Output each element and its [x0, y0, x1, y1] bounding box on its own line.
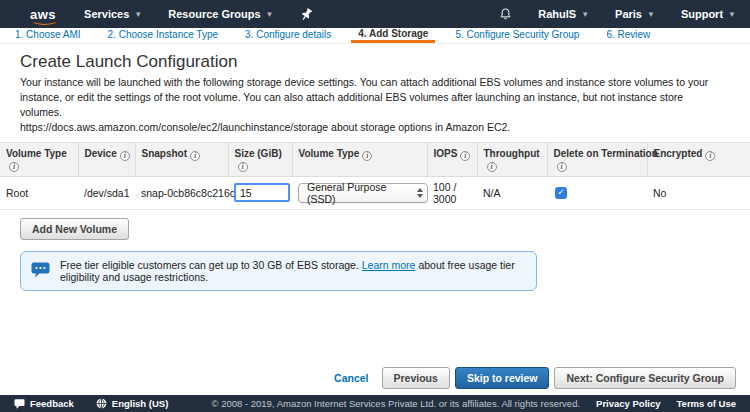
- storage-docs-line: https://docs.aws.amazon.com/console/ec2/…: [0, 120, 750, 135]
- privacy-policy-link[interactable]: Privacy Policy: [596, 398, 660, 409]
- info-icon[interactable]: i: [557, 162, 567, 172]
- step-configure-security-group[interactable]: 5. Configure Security Group: [448, 29, 586, 43]
- size-input[interactable]: [234, 183, 290, 202]
- feedback-speech-icon: [14, 399, 25, 409]
- wizard-steps-bar: 1. Choose AMI 2. Choose Instance Type 3.…: [0, 28, 750, 44]
- account-menu-label: RahulS: [538, 8, 576, 20]
- copyright-text: © 2008 - 2019, Amazon Internet Services …: [212, 398, 581, 409]
- resource-groups-menu-label: Resource Groups: [168, 8, 260, 20]
- chevron-down-icon: ▼: [581, 10, 589, 19]
- support-menu[interactable]: Support ▼: [681, 8, 736, 20]
- col-header-iops: IOPSi: [427, 142, 477, 176]
- previous-button[interactable]: Previous: [382, 367, 450, 389]
- terms-of-use-link[interactable]: Terms of Use: [677, 398, 736, 409]
- support-menu-label: Support: [681, 8, 723, 20]
- encrypted-cell: No: [647, 176, 750, 209]
- select-stepper-icon: [417, 188, 423, 198]
- table-row: Root /dev/sda1 snap-0cb86c8c216c73f0f Ge…: [0, 176, 750, 209]
- chevron-down-icon: ▼: [647, 10, 655, 19]
- step-choose-instance-type[interactable]: 2. Choose Instance Type: [101, 29, 225, 43]
- aws-logo[interactable]: aws: [30, 8, 56, 21]
- info-icon[interactable]: i: [487, 162, 497, 172]
- delete-on-termination-cell: ✓: [547, 176, 647, 209]
- col-header-volume-type: Volume Typei: [0, 142, 78, 176]
- device-cell: /dev/sda1: [78, 176, 135, 209]
- col-header-delete-on-termination: Delete on Terminationi: [547, 142, 647, 176]
- wizard-action-buttons: Cancel Previous Skip to review Next: Con…: [334, 367, 736, 389]
- info-icon[interactable]: i: [9, 162, 19, 172]
- step-configure-details[interactable]: 3. Configure details: [238, 29, 338, 43]
- region-menu[interactable]: Paris ▼: [615, 8, 655, 20]
- volume-type-select-cell: General Purpose (SSD): [292, 176, 427, 209]
- page-description: Your instance will be launched with the …: [0, 75, 745, 120]
- snapshot-cell: snap-0cb86c8c216c73f0f: [135, 176, 228, 209]
- info-icon[interactable]: i: [190, 151, 200, 161]
- language-label: English (US): [112, 398, 168, 409]
- info-icon[interactable]: i: [362, 151, 372, 161]
- account-menu[interactable]: RahulS ▼: [538, 8, 589, 20]
- resource-groups-menu[interactable]: Resource Groups ▼: [168, 8, 273, 20]
- topbar-right-group: RahulS ▼ Paris ▼ Support ▼: [473, 7, 736, 21]
- col-header-device: Devicei: [78, 142, 135, 176]
- top-navigation-bar: aws Services ▼ Resource Groups ▼ RahulS …: [0, 0, 750, 28]
- volume-type-cell: Root: [0, 176, 78, 209]
- globe-icon: [96, 398, 107, 409]
- storage-volumes-table: Volume Typei Devicei Snapshoti Size (GiB…: [0, 142, 750, 210]
- col-header-snapshot: Snapshoti: [135, 142, 228, 176]
- size-cell: [228, 176, 292, 209]
- services-menu-label: Services: [84, 8, 129, 20]
- col-header-size: Size (GiB)i: [228, 142, 292, 176]
- add-new-volume-button[interactable]: Add New Volume: [20, 218, 129, 240]
- table-header-row: Volume Typei Devicei Snapshoti Size (GiB…: [0, 142, 750, 176]
- aws-logo-smile-icon: [31, 19, 58, 25]
- pin-shortcut-icon[interactable]: [300, 8, 312, 21]
- feedback-label: Feedback: [30, 398, 74, 409]
- info-icon[interactable]: i: [705, 151, 715, 161]
- cancel-link[interactable]: Cancel: [334, 372, 368, 384]
- delete-on-termination-checkbox[interactable]: ✓: [555, 187, 567, 199]
- free-tier-info-box: Free tier eligible customers can get up …: [20, 251, 537, 291]
- notifications-bell-icon[interactable]: [499, 7, 512, 21]
- skip-to-review-button[interactable]: Skip to review: [455, 367, 550, 389]
- info-icon[interactable]: i: [120, 151, 130, 161]
- region-menu-label: Paris: [615, 8, 642, 20]
- col-header-volume-type-2: Volume Typei: [292, 142, 427, 176]
- footer-bar: Feedback English (US) © 2008 - 2019, Ama…: [0, 395, 750, 412]
- page-title: Create Launch Configuration: [0, 50, 750, 75]
- chevron-down-icon: ▼: [728, 10, 736, 19]
- throughput-cell: N/A: [477, 176, 547, 209]
- learn-more-link[interactable]: Learn more: [362, 259, 416, 271]
- language-selector[interactable]: English (US): [96, 398, 168, 409]
- step-add-storage-active[interactable]: 4. Add Storage: [351, 28, 435, 43]
- info-icon[interactable]: i: [460, 151, 470, 161]
- col-header-throughput: Throughputi: [477, 142, 547, 176]
- chevron-down-icon: ▼: [266, 10, 274, 19]
- feedback-button[interactable]: Feedback: [14, 398, 74, 409]
- volume-type-selected-option: General Purpose (SSD): [307, 181, 417, 205]
- info-icon[interactable]: i: [238, 162, 248, 172]
- next-configure-security-group-button[interactable]: Next: Configure Security Group: [554, 367, 736, 389]
- footer-right-group: © 2008 - 2019, Amazon Internet Services …: [212, 398, 736, 409]
- col-header-encrypted: Encryptedi: [647, 142, 750, 176]
- iops-cell: 100 / 3000: [427, 176, 477, 209]
- free-tier-info-text: Free tier eligible customers can get up …: [60, 259, 526, 283]
- main-content: Create Launch Configuration Your instanc…: [0, 44, 750, 291]
- speech-bubble-icon: [31, 262, 50, 279]
- step-choose-ami[interactable]: 1. Choose AMI: [8, 29, 88, 43]
- services-menu[interactable]: Services ▼: [84, 8, 142, 20]
- chevron-down-icon: ▼: [134, 10, 142, 19]
- step-review[interactable]: 6. Review: [599, 29, 657, 43]
- volume-type-select[interactable]: General Purpose (SSD): [298, 183, 428, 203]
